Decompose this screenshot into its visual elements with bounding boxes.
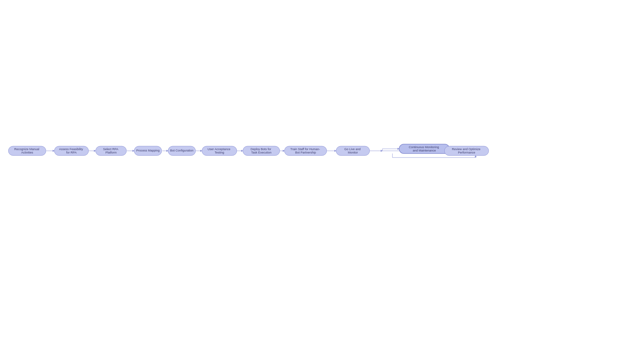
- flow-diagram: Recognize Manual Activities Assess Feasi…: [3, 131, 644, 171]
- node-label-10: Continuous Monitoring and Maintenance: [409, 145, 440, 152]
- diagram-container: Recognize Manual Activities Assess Feasi…: [0, 0, 644, 362]
- node-label-3: Select RPA Platform: [103, 147, 119, 154]
- node-label-4: Process Mapping: [136, 149, 160, 152]
- node-label-5: Bot Configuration: [170, 149, 194, 152]
- node-label-7: Deploy Bots for Task Execution: [251, 147, 272, 154]
- arrow-split-10: [382, 149, 399, 151]
